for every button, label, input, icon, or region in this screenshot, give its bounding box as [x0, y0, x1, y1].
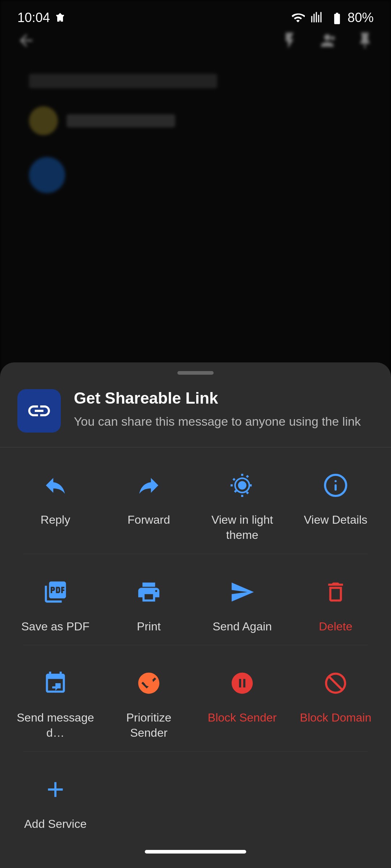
- action-add-service[interactable]: Add Service: [9, 752, 102, 843]
- save-pdf-label: Save as PDF: [21, 619, 90, 634]
- add-service-label: Add Service: [24, 817, 87, 832]
- block-domain-icon-circle: [316, 663, 356, 703]
- link-icon: [26, 398, 52, 424]
- reply-icon-circle: [35, 465, 75, 505]
- notification-icon: [54, 12, 66, 24]
- reply-label: Reply: [41, 512, 70, 528]
- prioritize-icon-circle: [129, 663, 169, 703]
- action-grid: Reply Forward View in light theme: [0, 447, 391, 843]
- forward-label: Forward: [127, 512, 170, 528]
- sheet-header-text: Get Shareable Link You can share this me…: [74, 389, 374, 430]
- block-sender-label: Block Sender: [208, 710, 277, 726]
- action-block-domain[interactable]: Block Domain: [289, 645, 382, 751]
- block-domain-label: Block Domain: [300, 710, 371, 726]
- block-domain-icon: [323, 671, 348, 696]
- send-again-icon-circle: [222, 572, 262, 612]
- action-send-message[interactable]: Send message d…: [9, 645, 102, 751]
- add-service-icon-circle: [35, 770, 75, 809]
- signal-icon: [311, 11, 324, 25]
- forward-icon: [136, 473, 161, 498]
- print-icon: [136, 579, 161, 605]
- view-details-label: View Details: [304, 512, 367, 528]
- send-message-label: Send message d…: [14, 710, 96, 740]
- prioritize-icon: [136, 671, 161, 696]
- view-light-theme-label: View in light theme: [201, 512, 283, 542]
- delete-icon: [323, 579, 348, 605]
- delete-label: Delete: [319, 619, 353, 634]
- add-icon: [43, 777, 68, 802]
- delete-icon-circle: [316, 572, 356, 612]
- light-theme-icon-circle: [222, 465, 262, 505]
- drag-handle[interactable]: [177, 371, 214, 375]
- prioritize-label: Prioritize Sender: [108, 710, 190, 740]
- battery-icon: [330, 12, 344, 25]
- action-block-sender[interactable]: Block Sender: [196, 645, 289, 751]
- sheet-header: Get Shareable Link You can share this me…: [0, 389, 391, 447]
- pdf-icon: [43, 579, 68, 605]
- action-save-pdf[interactable]: Save as PDF: [9, 554, 102, 645]
- reply-icon: [43, 473, 68, 498]
- wifi-icon: [291, 11, 305, 25]
- time-display: 10:04: [17, 10, 50, 25]
- action-view-light-theme[interactable]: View in light theme: [196, 447, 289, 553]
- action-delete[interactable]: Delete: [289, 554, 382, 645]
- print-label: Print: [137, 619, 161, 634]
- home-bar: [145, 850, 246, 854]
- status-icons: 80%: [291, 10, 374, 25]
- send-message-icon-circle: [35, 663, 75, 703]
- send-again-label: Send Again: [213, 619, 272, 634]
- action-prioritize-sender[interactable]: Prioritize Sender: [102, 645, 196, 751]
- action-reply[interactable]: Reply: [9, 447, 102, 553]
- print-icon-circle: [129, 572, 169, 612]
- view-details-icon-circle: [316, 465, 356, 505]
- action-print[interactable]: Print: [102, 554, 196, 645]
- action-send-again[interactable]: Send Again: [196, 554, 289, 645]
- send-message-icon: [43, 671, 68, 696]
- status-bar: 10:04 80%: [0, 0, 391, 29]
- save-pdf-icon-circle: [35, 572, 75, 612]
- block-sender-icon-circle: [222, 663, 262, 703]
- light-theme-icon: [230, 473, 255, 498]
- action-forward[interactable]: Forward: [102, 447, 196, 553]
- sheet-title: Get Shareable Link: [74, 389, 374, 407]
- info-icon: [323, 473, 348, 498]
- forward-icon-circle: [129, 465, 169, 505]
- sheet-header-icon: [17, 389, 61, 433]
- block-sender-icon: [230, 671, 255, 696]
- send-again-icon: [230, 579, 255, 605]
- battery-display: 80%: [330, 10, 374, 25]
- action-view-details[interactable]: View Details: [289, 447, 382, 553]
- bottom-sheet: Get Shareable Link You can share this me…: [0, 362, 391, 868]
- sheet-description: You can share this message to anyone usi…: [74, 413, 374, 430]
